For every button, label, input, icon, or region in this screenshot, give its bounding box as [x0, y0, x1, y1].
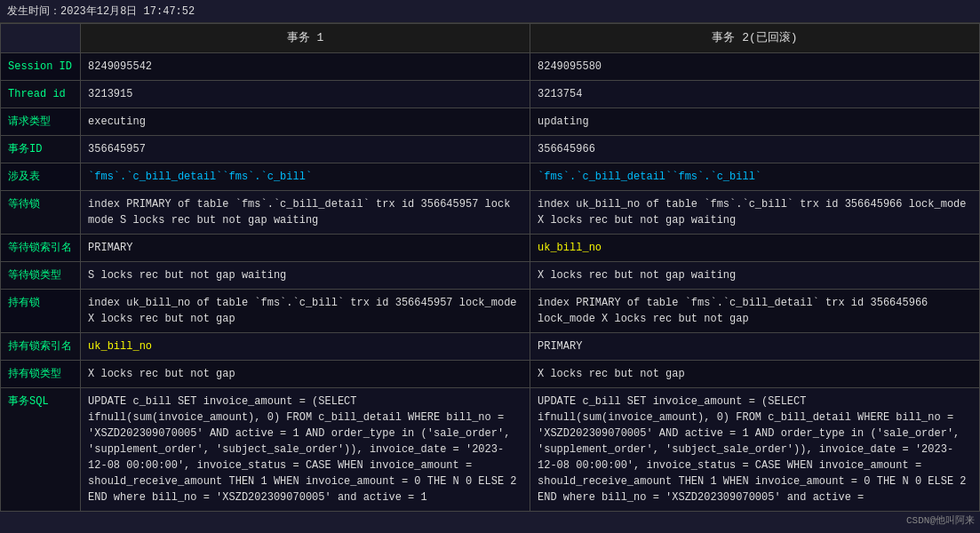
- timestamp-label: 发生时间：2023年12月8日 17:47:52: [7, 5, 195, 18]
- tx1-header: 事务 1: [81, 24, 530, 53]
- row-label: 等待锁类型: [1, 261, 81, 289]
- tx1-data-cell: executing: [81, 107, 530, 135]
- row-label: 持有锁索引名: [1, 332, 81, 360]
- tx2-data-cell: updating: [530, 107, 980, 135]
- tx2-data-cell: `fms`.`c_bill_detail``fms`.`c_bill`: [530, 163, 980, 190]
- row-label: 事务SQL: [1, 387, 81, 511]
- tx2-data-cell: X locks rec but not gap waiting: [530, 261, 980, 289]
- table-row: 请求类型executingupdating: [1, 107, 980, 135]
- tx1-data-cell: UPDATE c_bill SET invoice_amount = (SELE…: [81, 387, 530, 511]
- table-row: 事务SQLUPDATE c_bill SET invoice_amount = …: [1, 387, 980, 511]
- table-row: 等待锁index PRIMARY of table `fms`.`c_bill_…: [1, 190, 980, 234]
- table-row: Session ID82490955428249095580: [1, 52, 980, 80]
- tx2-data-cell: index PRIMARY of table `fms`.`c_bill_det…: [530, 289, 980, 332]
- row-label: 持有锁类型: [1, 360, 81, 387]
- row-label: 持有锁: [1, 289, 81, 332]
- table-row: 事务ID356645957356645966: [1, 135, 980, 163]
- tx2-header: 事务 2(已回滚): [530, 24, 980, 53]
- row-label: Session ID: [1, 52, 81, 80]
- table-row: Thread id32139153213754: [1, 80, 980, 107]
- tx1-data-cell: 356645957: [81, 135, 530, 163]
- table-row: 涉及表`fms`.`c_bill_detail``fms`.`c_bill``f…: [1, 163, 980, 190]
- tx2-data-cell: 8249095580: [530, 52, 980, 80]
- tx1-data-cell: index uk_bill_no of table `fms`.`c_bill`…: [81, 289, 530, 332]
- tx1-data-cell: `fms`.`c_bill_detail``fms`.`c_bill`: [81, 163, 530, 190]
- table-row: 持有锁索引名uk_bill_noPRIMARY: [1, 332, 980, 360]
- row-label: Thread id: [1, 80, 81, 107]
- table-row: 等待锁索引名PRIMARYuk_bill_no: [1, 234, 980, 261]
- table-row: 持有锁index uk_bill_no of table `fms`.`c_bi…: [1, 289, 980, 332]
- tx2-data-cell: uk_bill_no: [530, 234, 980, 261]
- tx1-data-cell: index PRIMARY of table `fms`.`c_bill_det…: [81, 190, 530, 234]
- tx2-data-cell: UPDATE c_bill SET invoice_amount = (SELE…: [530, 387, 980, 511]
- empty-header: [1, 24, 81, 53]
- header-bar: 发生时间：2023年12月8日 17:47:52: [0, 0, 980, 23]
- tx2-data-cell: X locks rec but not gap: [530, 360, 980, 387]
- row-label: 事务ID: [1, 135, 81, 163]
- tx2-data-cell: index uk_bill_no of table `fms`.`c_bill`…: [530, 190, 980, 234]
- table-row: 等待锁类型S locks rec but not gap waitingX lo…: [1, 261, 980, 289]
- tx1-data-cell: 8249095542: [81, 52, 530, 80]
- tx1-data-cell: 3213915: [81, 80, 530, 107]
- deadlock-table: 事务 1 事务 2(已回滚) Session ID824909554282490…: [0, 23, 980, 512]
- tx2-data-cell: 3213754: [530, 80, 980, 107]
- row-label: 等待锁: [1, 190, 81, 234]
- watermark: CSDN@他叫阿来: [0, 512, 980, 529]
- tx1-data-cell: PRIMARY: [81, 234, 530, 261]
- row-label: 涉及表: [1, 163, 81, 190]
- main-container: 发生时间：2023年12月8日 17:47:52 事务 1 事务 2(已回滚) …: [0, 0, 980, 529]
- column-header-row: 事务 1 事务 2(已回滚): [1, 24, 980, 53]
- table-row: 持有锁类型X locks rec but not gapX locks rec …: [1, 360, 980, 387]
- row-label: 请求类型: [1, 107, 81, 135]
- tx2-data-cell: PRIMARY: [530, 332, 980, 360]
- tx1-data-cell: S locks rec but not gap waiting: [81, 261, 530, 289]
- row-label: 等待锁索引名: [1, 234, 81, 261]
- tx2-data-cell: 356645966: [530, 135, 980, 163]
- tx1-data-cell: uk_bill_no: [81, 332, 530, 360]
- tx1-data-cell: X locks rec but not gap: [81, 360, 530, 387]
